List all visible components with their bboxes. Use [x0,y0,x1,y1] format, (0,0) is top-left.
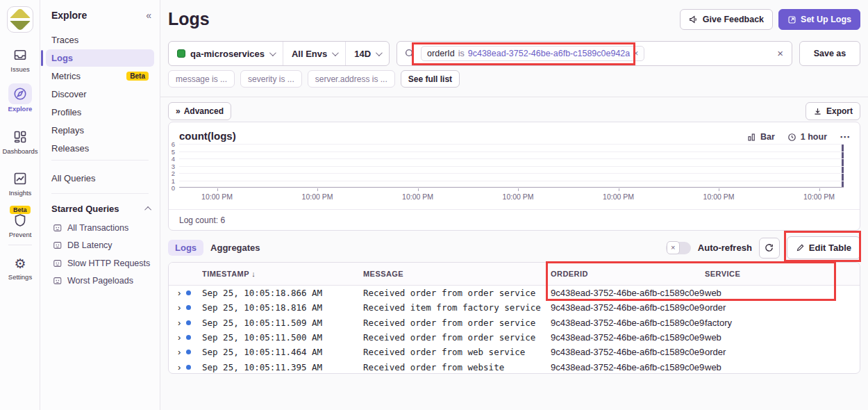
cell-service: order [705,302,860,313]
chart-interval-control[interactable]: 1 hour [787,132,827,142]
table-row[interactable]: › Sep 25, 10:05:11.395 AM Received order… [169,359,860,374]
cell-orderid: 9c438ead-3752-46be-a6fb-c1589c0e942a [551,288,705,298]
y-tick-label: 1 [172,177,175,184]
nav-prevent[interactable]: Beta Prevent [0,211,40,238]
chevron-down-icon [269,49,276,56]
refresh-button[interactable] [759,238,780,259]
starred-query-item[interactable]: Worst Pageloads [40,272,160,290]
x-tick-label: 10:00 PM [803,192,835,201]
sidebar-item-profiles[interactable]: Profiles [46,104,154,121]
prevent-beta-badge: Beta [10,206,31,214]
filter-chip[interactable]: message is ... [168,70,235,88]
collapse-sidebar-icon[interactable]: « [146,10,151,21]
starred-query-item[interactable]: All Transactions [40,219,160,237]
nav-explore[interactable]: Explore [0,83,40,113]
sort-descending-icon: ↓ [251,270,256,278]
chart-plot-area[interactable]: 6543210 [179,144,844,188]
filter-suggestion-chips: message is ...severity is ...server.addr… [168,70,460,88]
x-tick-mark [217,188,218,191]
project-selector[interactable]: qa-microservices [169,42,283,65]
filter-chip[interactable]: server.address is ... [308,70,395,88]
org-logo[interactable] [7,6,33,33]
cell-message: Received order from order service [363,288,551,298]
x-tick-mark [317,188,318,191]
sidebar-item-all-queries[interactable]: All Queries [46,170,154,187]
sidebar-item-metrics[interactable]: MetricsBeta [46,67,154,85]
sidebar-divider-2 [51,193,149,194]
logs-chart-card: count(logs) Bar 1 hour ⋯ 6543210 10:00 P… [168,122,860,231]
expand-row-icon[interactable]: › [178,318,181,327]
dashboards-icon [10,128,31,146]
x-tick-mark [819,188,820,191]
see-full-list-chip[interactable]: See full list [401,70,460,88]
nav-prevent-label: Prevent [0,231,40,238]
log-level-dot [186,350,191,354]
table-row[interactable]: › Sep 25, 10:05:11.464 AM Received order… [169,345,860,359]
environment-selector[interactable]: All Envs [283,42,345,65]
expand-row-icon[interactable]: › [178,303,181,312]
sidebar-item-discover[interactable]: Discover [46,85,154,103]
expand-row-icon[interactable]: › [178,363,181,372]
sidebar-item-replays[interactable]: Replays [46,122,154,139]
advanced-button[interactable]: » Advanced [168,102,231,120]
gridline [179,166,844,167]
remove-token-icon[interactable]: × [633,49,638,58]
search-input[interactable]: orderId is 9c438ead-3752-46be-a6fb-c1589… [397,41,792,66]
cell-message: Received order from order service [363,332,551,343]
chevron-down-icon [332,49,339,56]
compass-icon [8,83,32,104]
chart-overflow-menu-icon[interactable]: ⋯ [840,131,850,143]
nav-issues[interactable]: Issues [0,46,40,73]
nav-dashboards[interactable]: Dashboards [0,128,40,155]
gridline [179,151,844,152]
column-header-service[interactable]: SERVICE [705,270,860,278]
log-level-dot [186,305,191,310]
expand-row-icon[interactable]: › [178,288,181,297]
x-tick-mark [619,188,619,191]
search-icon [404,48,415,59]
table-row[interactable]: › Sep 25, 10:05:11.500 AM Received order… [169,330,860,345]
tab-logs[interactable]: Logs [168,240,203,256]
auto-refresh-toggle[interactable]: × [666,242,691,254]
gridline [179,158,844,159]
column-header-timestamp[interactable]: TIMESTAMP ↓ [202,270,363,278]
issues-icon [10,46,31,64]
tab-aggregates[interactable]: Aggregates [203,240,267,256]
all-queries-wrap: All Queries [40,169,160,188]
expand-row-icon[interactable]: › [178,333,181,342]
table-row[interactable]: › Sep 25, 10:05:18.816 AM Received item … [169,300,860,315]
edit-table-button[interactable]: Edit Table [787,236,860,259]
filter-chip[interactable]: severity is ... [240,70,302,88]
auto-refresh-label: Auto-refresh [698,243,752,253]
table-row[interactable]: › Sep 25, 10:05:11.509 AM Received order… [169,315,860,330]
column-header-message[interactable]: MESSAGE [363,270,551,278]
search-filter-token[interactable]: orderId is 9c438ead-3752-46be-a6fb-c1589… [421,46,644,61]
y-tick-label: 3 [172,162,175,170]
page-filters: qa-microservices All Envs 14D [168,41,390,66]
gridline [179,173,844,174]
sidebar-item-traces[interactable]: Traces [46,31,154,49]
save-as-button[interactable]: Save as [799,41,860,66]
nav-rail: Issues Explore Dashboards Insights Beta [0,0,40,410]
give-feedback-button[interactable]: Give Feedback [680,9,773,30]
nav-settings[interactable]: ⚙ Settings [0,254,40,281]
export-button[interactable]: Export [806,102,860,120]
cell-message: Received order from website [363,362,551,372]
starred-query-item[interactable]: Slow HTTP Requests [40,254,160,272]
starred-query-item[interactable]: DB Latency [40,237,160,255]
sidebar-item-releases[interactable]: Releases [46,140,154,157]
nav-insights[interactable]: Insights [0,170,40,197]
cell-timestamp: Sep 25, 10:05:18.816 AM [202,302,363,313]
table-row[interactable]: › Sep 25, 10:05:18.866 AM Received order… [169,286,860,300]
clear-search-icon[interactable]: × [777,47,783,59]
expand-row-icon[interactable]: › [178,347,181,356]
log-level-dot [186,320,191,325]
chart-type-control[interactable]: Bar [747,132,775,142]
refresh-icon [764,243,774,253]
org-logo-icon [8,8,32,31]
date-range-selector[interactable]: 14D [345,42,389,65]
sidebar-item-logs[interactable]: Logs [46,49,154,67]
column-header-orderid[interactable]: ORDERID [551,270,705,278]
chevron-up-icon[interactable] [144,206,151,213]
set-up-logs-button[interactable]: Set Up Logs [778,9,860,30]
